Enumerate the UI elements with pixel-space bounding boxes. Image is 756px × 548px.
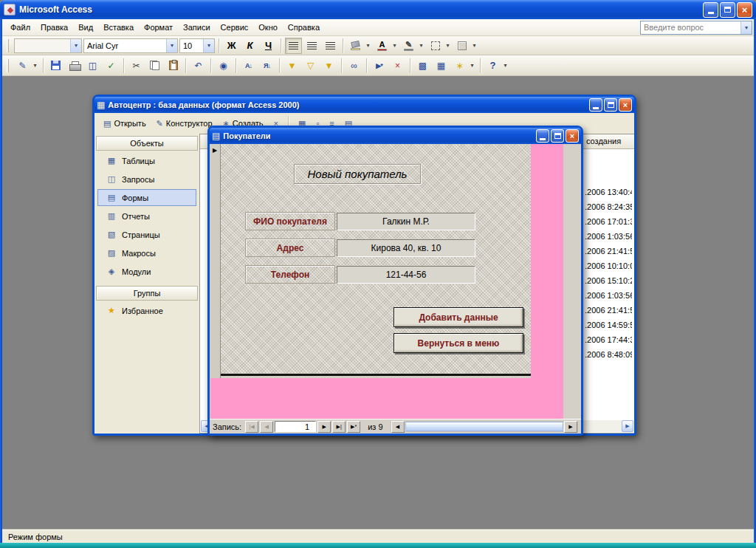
scroll-right-button[interactable]: ▶ — [622, 420, 633, 432]
sidebar-item-pages[interactable]: ▧ Страницы — [96, 225, 198, 244]
new-object-button[interactable]: ∗ — [451, 58, 468, 74]
print-button[interactable] — [66, 58, 83, 74]
return-to-menu-button[interactable]: Вернуться в меню — [394, 333, 523, 353]
line-border-button[interactable] — [427, 38, 444, 54]
chevron-down-icon[interactable]: ▾ — [364, 42, 372, 49]
toolbar-grip[interactable] — [7, 59, 9, 72]
apply-filter-button[interactable]: ▼ — [320, 58, 337, 74]
form-window-titlebar[interactable]: ▤ Покупатели × — [210, 128, 581, 144]
filter-by-selection-button[interactable]: ▼ — [284, 58, 300, 74]
sort-descending-button[interactable]: Я↓ — [258, 58, 275, 74]
sidebar-item-queries[interactable]: ◫ Запросы — [96, 170, 198, 188]
chevron-down-icon[interactable]: ▾ — [740, 21, 752, 34]
menu-tools[interactable]: Сервис — [216, 21, 254, 34]
insert-hyperlink-button[interactable]: ◉ — [215, 58, 232, 74]
align-left-button[interactable] — [285, 38, 302, 54]
line-color-button[interactable]: ✎ — [400, 38, 417, 54]
form-maximize-button[interactable] — [551, 129, 564, 143]
font-combo[interactable]: Arial Cyr ▾ — [83, 38, 178, 53]
copy-button[interactable] — [146, 58, 163, 74]
menu-view[interactable]: Вид — [73, 21, 98, 34]
menu-records[interactable]: Записи — [178, 21, 216, 34]
sidebar-item-forms[interactable]: ▤ Формы — [97, 189, 196, 206]
chevron-down-icon[interactable]: ▾ — [417, 42, 425, 49]
menu-window[interactable]: Окно — [253, 21, 283, 34]
close-button[interactable]: × — [737, 2, 752, 18]
spelling-button[interactable]: ✓ — [103, 58, 120, 74]
form-close-button[interactable]: × — [566, 129, 579, 143]
italic-button[interactable]: К — [241, 38, 258, 54]
field-address[interactable]: Кирова 40, кв. 10 — [337, 239, 475, 257]
field-fio[interactable]: Галкин М.Р. — [337, 213, 475, 230]
menu-help[interactable]: Справка — [283, 21, 325, 34]
filter-by-form-button[interactable]: ▽ — [302, 58, 319, 74]
add-data-button[interactable]: Добавить данные — [394, 307, 523, 327]
chevron-down-icon[interactable]: ▾ — [501, 62, 509, 69]
special-effect-button[interactable] — [453, 38, 470, 54]
toolbar-grip[interactable] — [7, 39, 9, 52]
open-object-button[interactable]: ▤ Открыть — [100, 115, 149, 131]
record-selector-bar[interactable]: ▶ — [210, 144, 221, 378]
new-record-button[interactable]: ▶* — [347, 421, 360, 433]
chevron-down-icon[interactable]: ▾ — [70, 39, 81, 52]
save-button[interactable] — [47, 58, 64, 74]
minimize-button[interactable] — [703, 2, 718, 18]
first-record-button[interactable]: |◀ — [245, 421, 258, 433]
form-minimize-button[interactable] — [536, 129, 549, 143]
database-maximize-button[interactable] — [604, 98, 617, 112]
design-object-button[interactable]: ✎ Конструктор — [154, 115, 216, 131]
last-record-button[interactable]: ▶| — [332, 421, 346, 433]
form-horizontal-scrollbar[interactable]: ◀ ▶ — [391, 421, 578, 432]
cut-button[interactable]: ✂ — [128, 58, 145, 74]
delete-record-button[interactable]: × — [389, 58, 406, 74]
chevron-down-icon[interactable]: ▾ — [391, 42, 399, 49]
align-center-button[interactable] — [303, 38, 320, 54]
field-phone[interactable]: 121-44-56 — [337, 266, 475, 284]
ask-question-combo[interactable]: ▾ — [640, 21, 752, 35]
menu-edit[interactable]: Правка — [35, 21, 73, 34]
print-preview-button[interactable]: ◫ — [84, 58, 101, 74]
chevron-down-icon[interactable]: ▾ — [444, 42, 452, 49]
sort-ascending-button[interactable]: А↓ — [240, 58, 257, 74]
fill-color-button[interactable] — [347, 38, 364, 54]
new-record-toolbar-button[interactable]: ▶* — [371, 58, 388, 74]
font-size-combo[interactable]: 10 ▾ — [179, 38, 215, 53]
bold-button[interactable]: Ж — [223, 38, 240, 54]
date-created-column-header[interactable]: создания — [586, 137, 621, 145]
form-scroll-right-button[interactable]: ▶ — [564, 421, 577, 433]
sidebar-item-tables[interactable]: ▦ Таблицы — [96, 151, 198, 170]
help-button[interactable]: ? — [484, 58, 501, 74]
object-combo[interactable]: ▾ — [14, 38, 82, 53]
previous-record-button[interactable]: ◀ — [260, 421, 273, 433]
properties-button[interactable]: ▩ — [414, 58, 431, 74]
sidebar-item-reports[interactable]: ▥ Отчеты — [96, 207, 198, 225]
groups-header[interactable]: Группы — [96, 286, 198, 301]
database-window-titlebar[interactable]: ▦ Автоцентр : база данных (формат Access… — [94, 97, 634, 113]
form-scrollbar-thumb[interactable] — [405, 422, 563, 431]
font-color-button[interactable]: А — [374, 38, 391, 54]
ask-question-input[interactable] — [641, 23, 740, 32]
database-minimize-button[interactable] — [589, 98, 602, 112]
sidebar-item-favorites[interactable]: ★ Избранное — [96, 301, 198, 320]
chevron-down-icon[interactable]: ▾ — [31, 62, 39, 69]
menu-insert[interactable]: Вставка — [98, 21, 139, 34]
current-record-input[interactable]: 1 — [275, 421, 316, 432]
underline-button[interactable]: Ч — [260, 38, 277, 54]
menu-file[interactable]: Файл — [5, 21, 35, 34]
database-window-button[interactable]: ▦ — [433, 58, 450, 74]
undo-button[interactable]: ↶ — [190, 58, 207, 74]
sidebar-item-macros[interactable]: ▨ Макросы — [96, 244, 198, 262]
align-right-button[interactable] — [322, 38, 339, 54]
objects-header[interactable]: Объекты — [96, 136, 198, 151]
form-scroll-left-button[interactable]: ◀ — [391, 421, 405, 433]
next-record-button[interactable]: ▶ — [317, 421, 331, 433]
find-button[interactable]: ∞ — [346, 58, 362, 74]
maximize-button[interactable] — [720, 2, 735, 18]
chevron-down-icon[interactable]: ▾ — [468, 62, 476, 69]
chevron-down-icon[interactable]: ▾ — [166, 39, 177, 52]
menu-format[interactable]: Формат — [139, 21, 178, 34]
form-view-button[interactable]: ✎ — [14, 58, 31, 74]
paste-button[interactable] — [165, 58, 182, 74]
database-close-button[interactable]: × — [619, 98, 632, 112]
chevron-down-icon[interactable]: ▾ — [203, 39, 214, 52]
